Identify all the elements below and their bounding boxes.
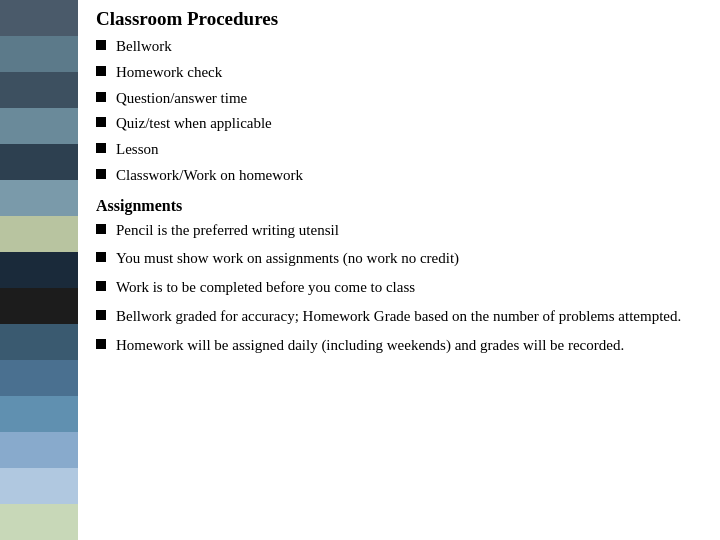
assignments-title: Assignments [96,197,702,215]
list-item-text: Pencil is the preferred writing utensil [116,220,702,242]
color-block [0,36,78,72]
list-item-text: Quiz/test when applicable [116,113,702,135]
bullet-icon [96,252,106,262]
color-block [0,216,78,252]
list-item: Question/answer time [96,88,702,110]
color-strip [0,0,78,540]
list-item: Pencil is the preferred writing utensil [96,220,702,242]
list-item-text: Homework will be assigned daily (includi… [116,335,702,357]
bullet-icon [96,339,106,349]
bullet-icon [96,281,106,291]
list-item-text: Homework check [116,62,702,84]
list-item-text: Lesson [116,139,702,161]
color-block [0,504,78,540]
classroom-procedures-list: BellworkHomework checkQuestion/answer ti… [96,36,702,191]
color-block [0,252,78,288]
color-block [0,432,78,468]
list-item-text: Bellwork graded for accuracy; Homework G… [116,306,702,328]
color-block [0,360,78,396]
bullet-icon [96,92,106,102]
list-item-text: Classwork/Work on homework [116,165,702,187]
bullet-icon [96,310,106,320]
color-block [0,144,78,180]
bullet-icon [96,143,106,153]
color-block [0,324,78,360]
bullet-icon [96,117,106,127]
list-item: Homework will be assigned daily (includi… [96,335,702,357]
color-block [0,468,78,504]
color-block [0,288,78,324]
list-item-text: Work is to be completed before you come … [116,277,702,299]
assignments-list: Pencil is the preferred writing utensilY… [96,220,702,364]
color-block [0,0,78,36]
list-item: You must show work on assignments (no wo… [96,248,702,270]
color-block [0,180,78,216]
list-item: Classwork/Work on homework [96,165,702,187]
list-item-text: You must show work on assignments (no wo… [116,248,702,270]
list-item: Bellwork graded for accuracy; Homework G… [96,306,702,328]
list-item: Quiz/test when applicable [96,113,702,135]
classroom-procedures-title: Classroom Procedures [96,8,702,30]
list-item: Lesson [96,139,702,161]
list-item: Homework check [96,62,702,84]
color-block [0,108,78,144]
bullet-icon [96,66,106,76]
color-block [0,396,78,432]
list-item: Work is to be completed before you come … [96,277,702,299]
list-item: Bellwork [96,36,702,58]
bullet-icon [96,224,106,234]
list-item-text: Bellwork [116,36,702,58]
bullet-icon [96,169,106,179]
color-block [0,72,78,108]
bullet-icon [96,40,106,50]
list-item-text: Question/answer time [116,88,702,110]
content-area: Classroom Procedures BellworkHomework ch… [78,0,720,540]
